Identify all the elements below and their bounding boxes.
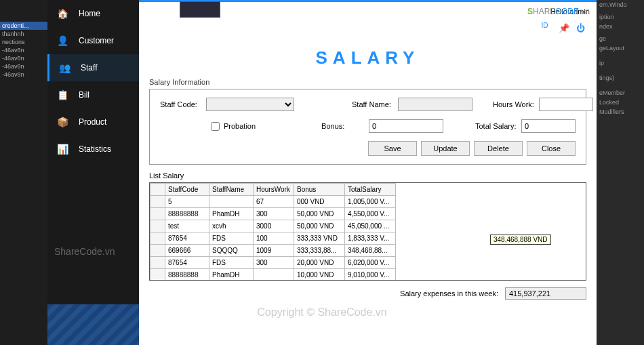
cell-total[interactable]: 6,020,000 V... [345,257,396,269]
cell-staffcode[interactable]: 88888888 [165,269,209,281]
row-header[interactable] [150,208,165,220]
cell-total[interactable]: 348,468,88... [345,245,396,257]
property-item: ip [597,58,644,68]
watermark-side: ShareCode.vn [47,239,122,264]
summary-bar: Salary expenses in this week: [139,281,597,306]
explorer-item: thanhnh [0,30,47,38]
cell-hours[interactable]: 3000 [254,220,294,232]
sidebar-item-statistics[interactable]: 📊Statistics [47,136,139,163]
cell-staffcode[interactable]: 5 [165,196,209,208]
cell-staffname[interactable]: FDS [209,232,254,245]
cell-staffcode[interactable]: 87654 [165,257,209,269]
column-header[interactable]: Bonus [294,184,345,196]
expenses-label: Salary expenses in this week: [400,289,498,298]
row-header[interactable] [150,196,165,208]
cell-total[interactable]: 45,050,000 ... [345,220,396,232]
probation-checkbox[interactable] [211,122,220,131]
row-header[interactable] [150,220,165,232]
cell-staffcode[interactable]: 669666 [165,245,209,257]
column-header[interactable]: StaffName [209,184,254,196]
column-header[interactable]: TotalSalary [345,184,396,196]
table-row[interactable]: 87654FDS30020,000 VND6,020,000 V... [150,257,396,269]
salary-grid[interactable]: StaffCodeStaffNameHoursWorkBonusTotalSal… [149,182,586,281]
staff-code-label: Staff Code: [160,100,206,108]
window-header: Hello:admin [139,0,597,20]
column-header[interactable]: HoursWork [254,184,294,196]
cell-total[interactable]: 1,005,000 V... [345,196,396,208]
sidebar-item-label: Bill [79,90,89,100]
page-title: SALARY [139,47,597,68]
cell-staffname[interactable]: FDS [209,257,254,269]
cell-bonus[interactable]: 10,000 VND [294,269,345,281]
property-item: tings) [597,73,644,83]
delete-button[interactable]: Delete [474,141,523,156]
cell-tooltip: 348,468,888 VND [490,235,551,245]
close-button[interactable]: Close [527,141,576,156]
row-header[interactable] [150,232,165,245]
bonus-input[interactable] [369,119,443,133]
property-item: eMember [597,88,644,98]
table-row[interactable]: 88888888PhamDH30050,000 VND4,550,000 V..… [150,208,396,220]
cell-staffcode[interactable]: test [165,220,209,232]
app-sidebar: 🏠Home👤Customer👥Staff📋Bill📦Product📊Statis… [47,0,139,345]
list-salary-label: List Salary [149,171,586,180]
power-icon[interactable]: ⏻ [576,23,585,33]
explorer-item: -46av8n [0,70,47,79]
cell-staffname[interactable]: xcvh [209,220,254,232]
staff-name-input[interactable] [398,98,472,111]
cell-hours[interactable]: 300 [254,208,294,220]
update-button[interactable]: Update [421,141,470,156]
pin-icon[interactable]: 📌 [559,23,569,33]
row-header[interactable] [150,245,165,257]
table-row[interactable]: 669666SQQQQ1009333,333,88...348,468,88..… [150,245,396,257]
sidebar-item-product[interactable]: 📦Product [47,108,139,136]
sidebar-item-label: Staff [81,63,97,73]
cell-bonus[interactable]: 000 VND [294,196,345,208]
staff-icon: 👥 [56,62,73,73]
id-label: ID [542,22,548,34]
column-header[interactable]: StaffCode [165,184,209,196]
cell-hours[interactable]: 1009 [254,245,294,257]
property-item: Modifiers [597,107,644,117]
explorer-item: credenti... [0,22,47,30]
property-item: geLayout [597,43,644,53]
cell-total[interactable]: 1,833,333 V... [345,232,396,245]
cell-bonus[interactable]: 50,000 VND [294,220,345,232]
cell-hours[interactable]: 100 [254,232,294,245]
cell-staffcode[interactable]: 88888888 [165,208,209,220]
cell-hours[interactable]: 300 [254,257,294,269]
cell-bonus[interactable]: 333,333,88... [294,245,345,257]
staff-code-select[interactable] [206,98,294,111]
cell-staffname[interactable]: PhamDH [209,269,254,281]
cell-bonus[interactable]: 20,000 VND [294,257,345,269]
cell-staffname[interactable]: SQQQQ [209,245,254,257]
cell-staffname[interactable] [209,196,254,208]
hello-user-label: Hello:admin [550,7,590,16]
cell-hours[interactable]: 67 [254,196,294,208]
explorer-item: -46av8n [0,54,47,62]
table-row[interactable]: testxcvh300050,000 VND45,050,000 ... [150,220,396,232]
cell-staffcode[interactable]: 87654 [165,232,209,245]
total-salary-input[interactable] [521,119,576,133]
total-salary-label: Total Salary: [475,122,521,130]
cell-bonus[interactable]: 333,333 VND [294,232,345,245]
table-row[interactable]: 567000 VND1,005,000 V... [150,196,396,208]
row-header[interactable] [150,269,165,281]
table-row[interactable]: 87654FDS100333,333 VND1,833,333 V... [150,232,396,245]
save-button[interactable]: Save [368,141,417,156]
cell-total[interactable]: 9,010,000 V... [345,269,396,281]
sidebar-item-home[interactable]: 🏠Home [47,0,139,27]
table-row[interactable]: 88888888PhamDH10,000 VND9,010,000 V... [150,269,396,281]
sidebar-item-customer[interactable]: 👤Customer [47,27,139,54]
cell-hours[interactable] [254,269,294,281]
sidebar-item-staff[interactable]: 👥Staff [47,54,139,81]
cell-total[interactable]: 4,550,000 V... [345,208,396,220]
property-item: Locked [597,98,644,107]
bill-icon: 📋 [54,89,71,100]
cell-staffname[interactable]: PhamDH [209,208,254,220]
hours-work-input[interactable] [539,98,593,111]
row-header[interactable] [150,257,165,269]
sidebar-item-bill[interactable]: 📋Bill [47,81,139,108]
customer-icon: 👤 [54,35,71,46]
cell-bonus[interactable]: 50,000 VND [294,208,345,220]
